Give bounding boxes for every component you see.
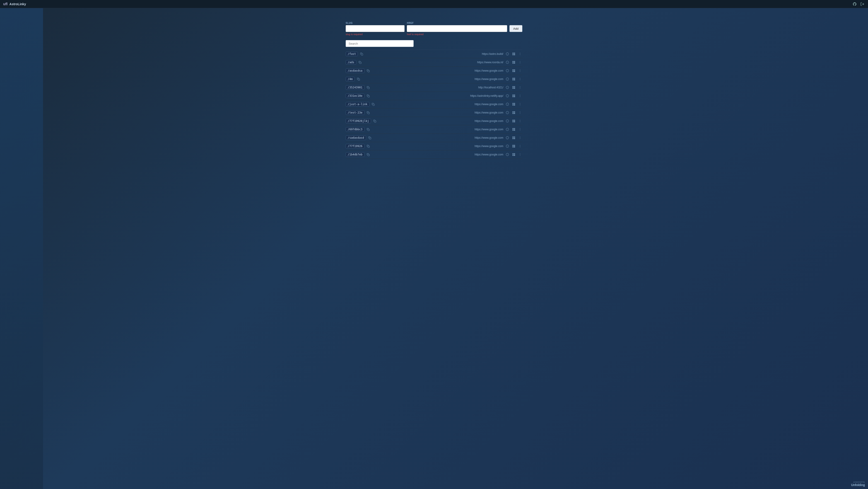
info-button[interactable] [505, 153, 510, 157]
svg-rect-78 [513, 88, 513, 88]
qr-button[interactable] [512, 102, 516, 106]
copy-slug-button[interactable] [366, 144, 371, 148]
more-options-button[interactable] [518, 85, 522, 90]
links-list: /fast https://astro.build/ [346, 50, 522, 159]
qr-button[interactable] [512, 111, 516, 115]
copy-slug-button[interactable] [371, 102, 376, 106]
svg-rect-150 [515, 121, 515, 122]
svg-rect-62 [514, 79, 515, 80]
svg-rect-217 [514, 155, 515, 156]
qr-button[interactable] [512, 127, 516, 131]
svg-rect-128 [514, 112, 515, 112]
info-button[interactable] [505, 111, 510, 115]
svg-rect-111 [514, 103, 515, 104]
copy-slug-button[interactable] [366, 111, 371, 115]
add-button[interactable]: Add [509, 25, 522, 32]
svg-rect-9 [514, 53, 515, 54]
svg-rect-162 [514, 128, 515, 129]
link-right-12: https://www.google.com [474, 153, 522, 157]
href-text: https://www.roorda.nl/ [477, 61, 503, 64]
info-icon [506, 145, 509, 148]
copy-icon [367, 128, 370, 131]
copy-slug-button[interactable] [366, 94, 371, 98]
href-field-group: HREF href is required [407, 22, 507, 36]
href-text: https://astro.build/ [482, 52, 503, 56]
more-options-button[interactable] [518, 94, 522, 98]
info-button[interactable] [505, 85, 510, 90]
qr-icon [512, 61, 515, 64]
qr-button[interactable] [512, 77, 516, 81]
qr-button[interactable] [512, 119, 516, 123]
info-button[interactable] [505, 77, 510, 81]
copy-slug-button[interactable] [366, 86, 371, 90]
copy-slug-button[interactable] [359, 52, 364, 56]
link-left-12: /1b4db7eb [346, 152, 371, 157]
svg-rect-212 [513, 154, 513, 154]
more-options-button[interactable] [518, 144, 522, 148]
href-input[interactable] [407, 25, 507, 32]
qr-button[interactable] [512, 144, 516, 148]
qr-button[interactable] [512, 136, 516, 140]
svg-rect-216 [515, 155, 515, 156]
info-button[interactable] [505, 102, 510, 106]
svg-rect-80 [515, 88, 515, 89]
qr-button[interactable] [512, 52, 516, 56]
more-options-button[interactable] [518, 119, 522, 123]
info-button[interactable] [505, 144, 510, 148]
more-options-button[interactable] [518, 52, 522, 56]
svg-rect-116 [515, 104, 515, 105]
copy-slug-button[interactable] [366, 153, 371, 157]
slug-badge: /test-23e [346, 110, 365, 115]
more-options-button[interactable] [518, 136, 522, 140]
more-options-button[interactable] [518, 69, 522, 73]
copy-slug-button[interactable] [356, 77, 361, 81]
info-button[interactable] [505, 60, 510, 64]
more-options-button[interactable] [518, 60, 522, 64]
copy-slug-button[interactable] [358, 61, 363, 64]
copy-slug-button[interactable] [366, 69, 371, 73]
svg-rect-60 [514, 78, 515, 79]
link-row: /asdasdsa https://www.google.com [346, 67, 522, 75]
qr-button[interactable] [512, 85, 516, 90]
svg-rect-171 [369, 137, 371, 139]
search-input[interactable] [346, 40, 413, 47]
svg-rect-184 [515, 138, 515, 139]
qr-button[interactable] [512, 69, 516, 73]
svg-point-117 [520, 103, 520, 103]
logout-button[interactable] [860, 2, 865, 6]
copy-slug-button[interactable] [372, 119, 377, 123]
more-options-button[interactable] [518, 127, 522, 131]
info-button[interactable] [505, 119, 510, 123]
href-text: https://astrolinky.netlify.app/ [470, 94, 503, 97]
link-left-7: /test-23e [346, 110, 371, 115]
dots-icon [519, 145, 522, 148]
more-options-button[interactable] [518, 153, 522, 157]
info-button[interactable] [505, 69, 510, 73]
github-button[interactable] [852, 2, 857, 6]
slug-input[interactable] [346, 25, 405, 32]
info-button[interactable] [505, 94, 510, 98]
href-label: HREF [407, 22, 507, 24]
copy-slug-button[interactable] [367, 136, 372, 140]
qr-button[interactable] [512, 94, 516, 98]
dots-icon [519, 94, 522, 97]
qr-button[interactable] [512, 60, 516, 64]
link-left-2: /asdasdsa [346, 68, 371, 73]
more-options-button[interactable] [518, 102, 522, 106]
qr-button[interactable] [512, 153, 516, 157]
info-button[interactable] [505, 52, 510, 56]
svg-point-68 [520, 80, 520, 80]
svg-point-85 [520, 88, 520, 89]
slug-badge: /331ec10e [346, 94, 365, 98]
svg-rect-86 [368, 95, 369, 97]
more-options-button[interactable] [518, 111, 522, 115]
info-button[interactable] [505, 136, 510, 140]
svg-point-100 [520, 95, 520, 95]
svg-rect-218 [515, 155, 515, 155]
copy-slug-button[interactable] [366, 128, 371, 131]
svg-rect-93 [513, 95, 513, 95]
svg-rect-200 [514, 147, 515, 148]
more-options-button[interactable] [518, 77, 522, 81]
svg-point-15 [520, 53, 520, 53]
info-button[interactable] [505, 127, 510, 131]
